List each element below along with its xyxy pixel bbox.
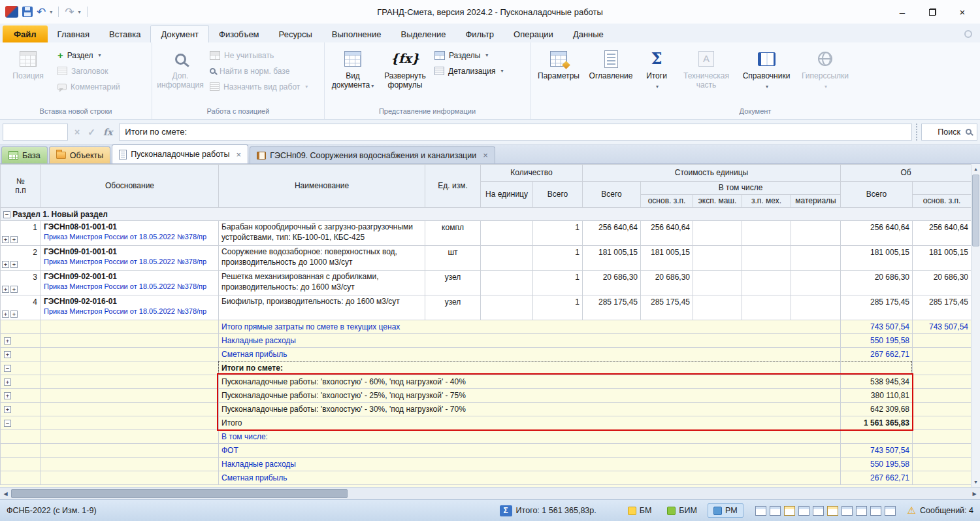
- total-row-value[interactable]: 743 507,54: [841, 444, 913, 458]
- unit-cost-total[interactable]: 181 005,15: [583, 246, 641, 271]
- expand-icon[interactable]: +: [10, 286, 18, 293]
- total-row[interactable]: + Пусконаладочные работы: 'вхолостую' - …: [1, 403, 972, 416]
- close-icon[interactable]: ×: [483, 150, 488, 160]
- menu-tab-vypolnenie[interactable]: Выполнение: [322, 25, 391, 42]
- sections-button[interactable]: Разделы ▾: [431, 48, 506, 62]
- qty-total[interactable]: 1: [533, 221, 583, 246]
- total-row-label[interactable]: Итого: [219, 416, 841, 430]
- totals-button[interactable]: Σ Итоги ▾: [637, 46, 676, 90]
- total-row[interactable]: + Пусконаладочные работы: 'вхолостую' - …: [1, 389, 972, 403]
- undo-dropdown-icon[interactable]: ▾: [50, 9, 52, 15]
- work-name[interactable]: Биофильтр, производительность: до 1600 м…: [219, 295, 425, 320]
- tab-objects[interactable]: Объекты: [49, 146, 111, 163]
- work-name[interactable]: Решетка механизированная с дробилками, п…: [219, 271, 425, 295]
- total-row[interactable]: Сметная прибыль 267 662,71: [1, 471, 972, 485]
- unit-cost-total[interactable]: 285 175,45: [583, 295, 641, 320]
- expand-icon[interactable]: +: [2, 286, 9, 293]
- total-row-label[interactable]: Итого прямые затраты по смете в текущих …: [219, 320, 841, 334]
- cancel-icon[interactable]: ×: [74, 127, 80, 137]
- status-tool-icon[interactable]: [813, 506, 824, 516]
- qty-total[interactable]: 1: [533, 295, 583, 320]
- unit-cost-salary[interactable]: 20 686,30: [641, 271, 693, 295]
- total-row-label[interactable]: Сметная прибыль: [219, 348, 841, 361]
- formula-input[interactable]: Итоги по смете:: [119, 124, 912, 141]
- menu-tab-resursy[interactable]: Ресурсы: [269, 25, 322, 42]
- horizontal-scroll-thumb[interactable]: [11, 489, 348, 498]
- total-row-value[interactable]: 550 195,58: [841, 334, 913, 348]
- expand-icon[interactable]: +: [2, 311, 9, 318]
- expand-icon[interactable]: +: [4, 406, 11, 413]
- assign-work-type-button[interactable]: Назначить вид работ ▾: [206, 80, 311, 93]
- estimate-row[interactable]: 4++ ГЭСНп09-02-016-01Приказ Минстроя Рос…: [1, 295, 972, 320]
- cell-name-box[interactable]: [3, 124, 68, 141]
- status-tool-icon[interactable]: [798, 506, 809, 516]
- total-row-label[interactable]: Пусконаладочные работы: 'вхолостую' - 60…: [219, 375, 841, 389]
- tab-base[interactable]: База: [1, 146, 48, 163]
- estimate-row[interactable]: 1++ ГЭСНп08-01-001-01Приказ Минстроя Рос…: [1, 221, 972, 246]
- total-row[interactable]: В том числе:: [1, 430, 972, 444]
- ignore-button[interactable]: Не учитывать: [206, 48, 311, 62]
- menu-tab-dannye[interactable]: Данные: [563, 25, 613, 42]
- expand-icon[interactable]: +: [10, 311, 18, 318]
- total-row-value[interactable]: 550 195,58: [841, 458, 913, 471]
- minimize-button[interactable]: –: [887, 2, 917, 22]
- expand-icon[interactable]: +: [4, 337, 11, 345]
- total-row-label[interactable]: Накладные расходы: [219, 458, 841, 471]
- total-row-value[interactable]: 642 309,68: [841, 403, 913, 416]
- sum-salary[interactable]: 256 640,64: [913, 221, 971, 246]
- find-in-base-button[interactable]: Найти в норм. базе: [206, 64, 311, 78]
- status-tool-icon[interactable]: [827, 506, 838, 516]
- table-of-contents-button[interactable]: Оглавление: [585, 46, 637, 81]
- unit[interactable]: узел: [425, 271, 481, 295]
- collapse-icon[interactable]: −: [4, 365, 11, 372]
- header-button[interactable]: Заголовок: [54, 64, 123, 78]
- scroll-right-icon[interactable]: ▶: [969, 488, 980, 499]
- extra-info-button[interactable]: Доп. информация: [154, 46, 206, 90]
- expand-icon[interactable]: +: [4, 392, 11, 399]
- order-link[interactable]: Приказ Минстроя России от 18.05.2022 №37…: [44, 307, 216, 315]
- comment-button[interactable]: Комментарий: [54, 80, 123, 93]
- order-link[interactable]: Приказ Минстроя России от 18.05.2022 №37…: [44, 282, 216, 290]
- scroll-up-icon[interactable]: ▲: [972, 164, 980, 174]
- total-row-label[interactable]: В том числе:: [219, 430, 841, 444]
- total-row-label[interactable]: Пусконаладочные работы: 'вхолостую' - 25…: [219, 389, 841, 403]
- reference-books-button[interactable]: Справочники ▾: [736, 46, 796, 90]
- total-row-label[interactable]: Сметная прибыль: [219, 471, 841, 485]
- total-row-label[interactable]: Пусконаладочные работы: 'вхолостую' - 30…: [219, 403, 841, 416]
- sum-salary[interactable]: 20 686,30: [913, 271, 971, 295]
- tab-estimate[interactable]: Пусконаладочные работы ×: [112, 144, 248, 163]
- unit[interactable]: узел: [425, 295, 481, 320]
- section-row[interactable]: − Раздел 1. Новый раздел: [1, 208, 972, 221]
- parameters-button[interactable]: Параметры: [532, 46, 585, 81]
- expand-icon[interactable]: +: [10, 236, 18, 243]
- vertical-scroll-thumb[interactable]: [972, 175, 979, 246]
- menu-tab-glavnaya[interactable]: Главная: [48, 25, 99, 42]
- sum-total[interactable]: 285 175,45: [841, 295, 913, 320]
- messages-counter[interactable]: Сообщений: 4: [920, 506, 973, 515]
- total-row[interactable]: + Сметная прибыль 267 662,71: [1, 348, 972, 361]
- search-icon[interactable]: [966, 129, 972, 135]
- sum-salary[interactable]: 181 005,15: [913, 246, 971, 271]
- total-row-value[interactable]: 267 662,71: [841, 471, 913, 485]
- qty-total[interactable]: 1: [533, 246, 583, 271]
- confirm-icon[interactable]: ✓: [88, 127, 95, 137]
- search-input[interactable]: Поиск: [921, 124, 977, 141]
- total-row-value[interactable]: 1 561 365,83: [841, 416, 913, 430]
- close-icon[interactable]: ×: [237, 150, 242, 160]
- total-row-label[interactable]: Итоги по смете:: [219, 361, 841, 375]
- qty-total[interactable]: 1: [533, 271, 583, 295]
- unit-cost-total[interactable]: 20 686,30: [583, 271, 641, 295]
- ribbon-options-icon[interactable]: [964, 30, 972, 38]
- work-name[interactable]: Сооружение водозаборное: поверхностных в…: [219, 246, 425, 271]
- total-row[interactable]: Итого прямые затраты по смете в текущих …: [1, 320, 972, 334]
- tab-gesnp09[interactable]: ГЭСНп09. Сооружения водоснабжения и кана…: [250, 146, 495, 163]
- restore-button[interactable]: [917, 2, 947, 22]
- save-icon[interactable]: [22, 7, 33, 17]
- sum-total[interactable]: 181 005,15: [841, 246, 913, 271]
- menu-tab-fizobem[interactable]: Физобъем: [209, 25, 269, 42]
- total-row[interactable]: Накладные расходы 550 195,58: [1, 458, 972, 471]
- scroll-down-icon[interactable]: ▼: [972, 477, 980, 487]
- undo-icon[interactable]: ↶: [37, 7, 46, 18]
- unit[interactable]: шт: [425, 246, 481, 271]
- hyperlinks-button[interactable]: Гиперссылки ▾: [796, 46, 854, 90]
